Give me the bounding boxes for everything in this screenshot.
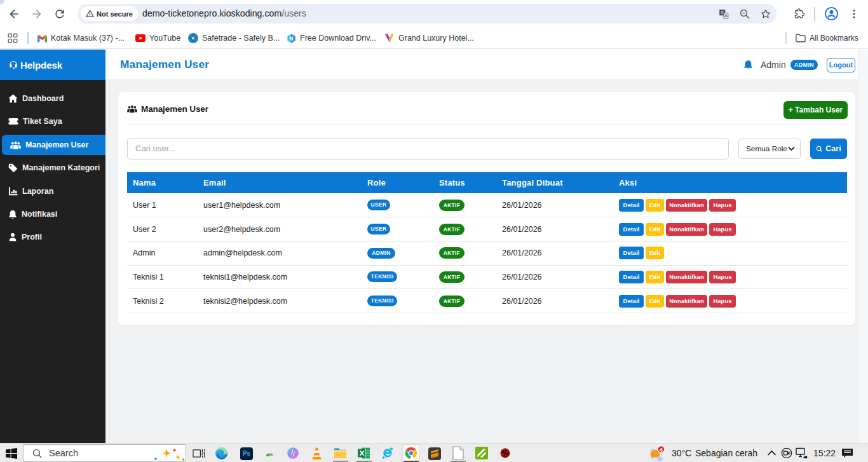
svg-text:4: 4 [660,446,663,453]
